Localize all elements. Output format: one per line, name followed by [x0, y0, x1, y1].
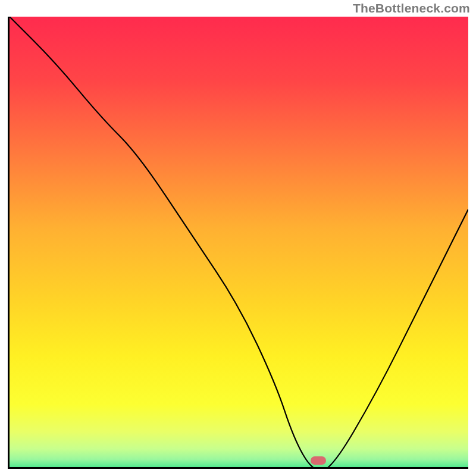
attribution-text: TheBottleneck.com — [353, 1, 470, 15]
plot-area — [8, 17, 468, 469]
optimal-point-marker — [311, 456, 326, 465]
chart-wrapper: TheBottleneck.com — [0, 0, 476, 476]
bottleneck-curve — [10, 17, 468, 469]
